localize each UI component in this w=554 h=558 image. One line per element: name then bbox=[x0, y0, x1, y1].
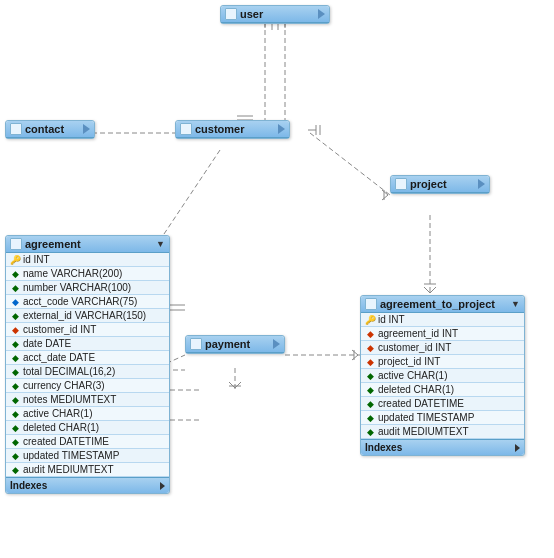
key-red-icon: ◆ bbox=[365, 343, 375, 353]
dropdown-icon: ▼ bbox=[156, 239, 165, 249]
col-name: created DATETIME bbox=[378, 398, 464, 409]
diamond-icon: ◆ bbox=[365, 413, 375, 423]
col-name: agreement_id INT bbox=[378, 328, 458, 339]
table-atp-title: agreement_to_project bbox=[380, 298, 495, 310]
key-blue-icon: ◆ bbox=[10, 297, 20, 307]
table-row: ◆ notes MEDIUMTEXT bbox=[6, 393, 169, 407]
table-icon bbox=[180, 123, 192, 135]
diamond-icon: ◆ bbox=[10, 395, 20, 405]
col-name: number VARCHAR(100) bbox=[23, 282, 131, 293]
table-row: ◆ active CHAR(1) bbox=[361, 369, 524, 383]
table-payment-title: payment bbox=[205, 338, 250, 350]
diamond-icon: ◆ bbox=[365, 371, 375, 381]
table-payment[interactable]: payment bbox=[185, 335, 285, 354]
svg-line-24 bbox=[430, 287, 436, 293]
diamond-icon: ◆ bbox=[10, 353, 20, 363]
diamond-icon: ◆ bbox=[10, 465, 20, 475]
diamond-icon: ◆ bbox=[365, 385, 375, 395]
table-contact-title: contact bbox=[25, 123, 64, 135]
table-row: ◆ number VARCHAR(100) bbox=[6, 281, 169, 295]
table-customer-header[interactable]: customer bbox=[176, 121, 289, 138]
table-agreement-title: agreement bbox=[25, 238, 81, 250]
table-atp-header[interactable]: agreement_to_project ▼ bbox=[361, 296, 524, 313]
table-agreement-to-project[interactable]: agreement_to_project ▼ 🔑 id INT ◆ agreem… bbox=[360, 295, 525, 456]
table-row: ◆ acct_code VARCHAR(75) bbox=[6, 295, 169, 309]
table-contact-header[interactable]: contact bbox=[6, 121, 94, 138]
footer-label: Indexes bbox=[10, 480, 47, 491]
table-row: ◆ active CHAR(1) bbox=[6, 407, 169, 421]
table-row: ◆ total DECIMAL(16,2) bbox=[6, 365, 169, 379]
table-row: ◆ date DATE bbox=[6, 337, 169, 351]
footer-arrow bbox=[515, 444, 520, 452]
col-name: created DATETIME bbox=[23, 436, 109, 447]
table-contact[interactable]: contact bbox=[5, 120, 95, 139]
key-icon: 🔑 bbox=[10, 255, 20, 265]
col-name: date DATE bbox=[23, 338, 71, 349]
svg-line-40 bbox=[235, 382, 241, 388]
table-agreement[interactable]: agreement ▼ 🔑 id INT ◆ name VARCHAR(200)… bbox=[5, 235, 170, 494]
diamond-icon: ◆ bbox=[10, 423, 20, 433]
col-name: customer_id INT bbox=[378, 342, 451, 353]
diamond-icon: ◆ bbox=[10, 311, 20, 321]
footer-label: Indexes bbox=[365, 442, 402, 453]
table-row: ◆ project_id INT bbox=[361, 355, 524, 369]
table-icon bbox=[365, 298, 377, 310]
col-name: currency CHAR(3) bbox=[23, 380, 105, 391]
footer-arrow bbox=[160, 482, 165, 490]
table-row: 🔑 id INT bbox=[361, 313, 524, 327]
dropdown-icon: ▼ bbox=[511, 299, 520, 309]
table-row: ◆ created DATETIME bbox=[6, 435, 169, 449]
table-row: ◆ created DATETIME bbox=[361, 397, 524, 411]
table-row: ◆ customer_id INT bbox=[361, 341, 524, 355]
table-project[interactable]: project bbox=[390, 175, 490, 194]
diamond-icon: ◆ bbox=[10, 437, 20, 447]
table-icon bbox=[190, 338, 202, 350]
table-row: ◆ deleted CHAR(1) bbox=[6, 421, 169, 435]
table-row: ◆ acct_date DATE bbox=[6, 351, 169, 365]
diamond-icon: ◆ bbox=[365, 399, 375, 409]
table-row: ◆ updated TIMESTAMP bbox=[6, 449, 169, 463]
key-red-icon: ◆ bbox=[365, 357, 375, 367]
table-user-header[interactable]: user bbox=[221, 6, 329, 23]
diamond-icon: ◆ bbox=[10, 339, 20, 349]
table-atp-footer[interactable]: Indexes bbox=[361, 439, 524, 455]
svg-line-19 bbox=[352, 350, 358, 355]
table-user[interactable]: user bbox=[220, 5, 330, 24]
diamond-icon: ◆ bbox=[365, 427, 375, 437]
svg-line-9 bbox=[310, 133, 390, 195]
expand-icon bbox=[318, 9, 325, 19]
table-agreement-footer[interactable]: Indexes bbox=[6, 477, 169, 493]
key-red-icon: ◆ bbox=[10, 325, 20, 335]
col-name: notes MEDIUMTEXT bbox=[23, 394, 116, 405]
svg-line-39 bbox=[229, 382, 235, 388]
table-customer[interactable]: customer bbox=[175, 120, 290, 139]
expand-icon bbox=[478, 179, 485, 189]
table-icon bbox=[10, 238, 22, 250]
col-name: acct_date DATE bbox=[23, 352, 95, 363]
table-row: ◆ updated TIMESTAMP bbox=[361, 411, 524, 425]
diamond-icon: ◆ bbox=[10, 409, 20, 419]
table-agreement-header[interactable]: agreement ▼ bbox=[6, 236, 169, 253]
table-row: 🔑 id INT bbox=[6, 253, 169, 267]
svg-line-20 bbox=[352, 355, 358, 360]
table-icon bbox=[10, 123, 22, 135]
diagram-canvas: user contact customer proj bbox=[0, 0, 554, 558]
table-project-header[interactable]: project bbox=[391, 176, 489, 193]
col-name: id INT bbox=[378, 314, 405, 325]
col-name: customer_id INT bbox=[23, 324, 96, 335]
diamond-icon: ◆ bbox=[10, 381, 20, 391]
col-name: active CHAR(1) bbox=[378, 370, 447, 381]
expand-icon bbox=[83, 124, 90, 134]
table-customer-title: customer bbox=[195, 123, 245, 135]
table-row: ◆ external_id VARCHAR(150) bbox=[6, 309, 169, 323]
col-name: project_id INT bbox=[378, 356, 440, 367]
table-icon bbox=[225, 8, 237, 20]
table-icon bbox=[395, 178, 407, 190]
svg-line-11 bbox=[382, 195, 388, 200]
table-row: ◆ audit MEDIUMTEXT bbox=[6, 463, 169, 477]
table-user-title: user bbox=[240, 8, 263, 20]
key-red-icon: ◆ bbox=[365, 329, 375, 339]
expand-icon bbox=[273, 339, 280, 349]
table-payment-header[interactable]: payment bbox=[186, 336, 284, 353]
col-name: name VARCHAR(200) bbox=[23, 268, 122, 279]
